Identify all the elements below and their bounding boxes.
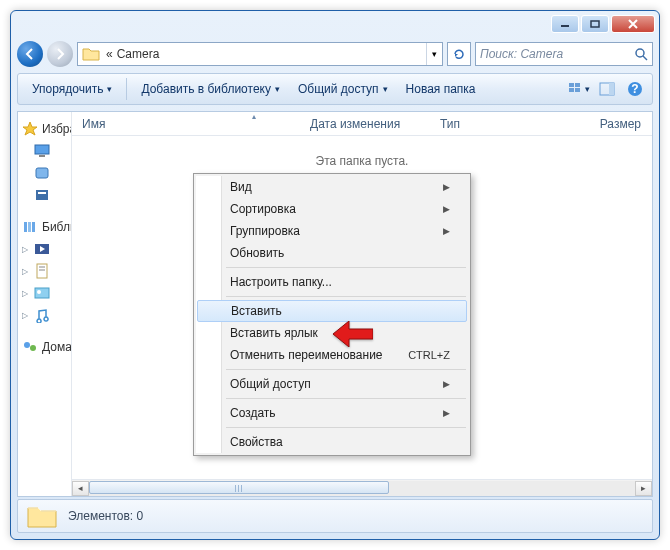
close-button[interactable] — [611, 15, 655, 33]
add-to-library-button[interactable]: Добавить в библиотеку▾ — [133, 79, 288, 99]
column-date[interactable]: Дата изменения — [300, 112, 430, 135]
scroll-thumb[interactable] — [89, 481, 389, 494]
svg-rect-19 — [32, 222, 35, 232]
sort-indicator-icon: ▴ — [252, 112, 256, 121]
red-arrow-icon — [333, 321, 373, 347]
ctx-customize-folder[interactable]: Настроить папку... — [196, 271, 468, 293]
svg-rect-18 — [28, 222, 31, 232]
svg-point-27 — [30, 345, 36, 351]
folder-icon — [82, 45, 100, 63]
favorites-icon — [22, 121, 38, 137]
breadcrumb-sep: « — [104, 47, 115, 61]
svg-rect-6 — [569, 88, 574, 92]
sidebar-item-music[interactable]: ▷ — [20, 304, 69, 326]
sidebar-item-desktop[interactable] — [20, 140, 69, 162]
views-icon — [568, 82, 585, 96]
column-type[interactable]: Тип — [430, 112, 530, 135]
ctx-new[interactable]: Создать▶ — [196, 402, 468, 424]
status-bar: Элементов: 0 — [17, 499, 653, 533]
sidebar-item-documents[interactable]: ▷ — [20, 260, 69, 282]
sidebar-item-recent[interactable] — [20, 184, 69, 206]
desktop-icon — [34, 143, 50, 159]
address-dropdown[interactable]: ▾ — [426, 43, 442, 65]
ctx-paste-shortcut[interactable]: Вставить ярлык — [196, 322, 468, 344]
refresh-button[interactable] — [447, 42, 471, 66]
svg-rect-4 — [569, 83, 574, 87]
svg-rect-15 — [36, 190, 48, 200]
libraries-icon — [22, 219, 38, 235]
column-headers: ▴ Имя Дата изменения Тип Размер — [72, 112, 652, 136]
ctx-refresh[interactable]: Обновить — [196, 242, 468, 264]
close-icon — [627, 19, 639, 29]
horizontal-scrollbar[interactable]: ◂ ▸ — [72, 479, 652, 496]
views-button[interactable]: ▾ — [568, 78, 590, 100]
document-icon — [34, 263, 50, 279]
scroll-track[interactable] — [89, 481, 635, 496]
status-text: Элементов: 0 — [68, 509, 143, 523]
music-icon — [34, 307, 50, 323]
context-menu: Вид▶ Сортировка▶ Группировка▶ Обновить Н… — [193, 173, 471, 456]
search-box[interactable]: Поиск: Camera — [475, 42, 653, 66]
ctx-paste[interactable]: Вставить — [197, 300, 467, 322]
maximize-icon — [590, 20, 600, 28]
annotation-arrow — [333, 321, 373, 347]
ctx-properties[interactable]: Свойства — [196, 431, 468, 453]
ctx-view[interactable]: Вид▶ — [196, 176, 468, 198]
toolbar-separator — [126, 78, 127, 100]
column-name[interactable]: Имя — [72, 112, 300, 135]
sidebar-item-favorites[interactable]: Избранное — [20, 118, 69, 140]
column-size[interactable]: Размер — [530, 112, 652, 135]
video-icon — [34, 241, 50, 257]
svg-point-25 — [37, 290, 41, 294]
svg-rect-12 — [35, 145, 49, 154]
ctx-share[interactable]: Общий доступ▶ — [196, 373, 468, 395]
forward-arrow-icon — [53, 47, 67, 61]
sidebar-item-libraries[interactable]: Библиотеки — [20, 216, 69, 238]
sidebar-splitter[interactable] — [67, 112, 71, 496]
sidebar-item-downloads[interactable] — [20, 162, 69, 184]
svg-rect-5 — [575, 83, 580, 87]
address-bar[interactable]: « Camera ▾ — [77, 42, 443, 66]
search-icon — [634, 47, 648, 61]
svg-point-2 — [636, 49, 644, 57]
minimize-button[interactable] — [551, 15, 579, 33]
maximize-button[interactable] — [581, 15, 609, 33]
explorer-window: « Camera ▾ Поиск: Camera Упорядочить▾ До… — [10, 10, 660, 540]
new-folder-button[interactable]: Новая папка — [398, 79, 484, 99]
svg-point-26 — [24, 342, 30, 348]
scroll-left-button[interactable]: ◂ — [72, 481, 89, 496]
sidebar-item-homegroup[interactable]: Домашняя группа — [20, 336, 69, 358]
svg-rect-7 — [575, 88, 580, 92]
svg-rect-13 — [39, 155, 45, 157]
scroll-right-button[interactable]: ▸ — [635, 481, 652, 496]
svg-rect-1 — [591, 21, 599, 27]
ctx-sort[interactable]: Сортировка▶ — [196, 198, 468, 220]
preview-pane-button[interactable] — [596, 78, 618, 100]
ctx-undo-rename[interactable]: Отменить переименованиеCTRL+Z — [196, 344, 468, 366]
breadcrumb-folder[interactable]: Camera — [115, 47, 162, 61]
recent-icon — [34, 187, 50, 203]
svg-rect-21 — [37, 264, 47, 278]
ctx-separator — [226, 369, 466, 370]
navigation-pane[interactable]: Избранное Библиотеки ▷ ▷ ▷ ▷ Домашняя гр… — [18, 112, 72, 496]
preview-pane-icon — [599, 82, 615, 96]
sidebar-item-videos[interactable]: ▷ — [20, 238, 69, 260]
homegroup-icon — [22, 339, 38, 355]
share-button[interactable]: Общий доступ▾ — [290, 79, 396, 99]
toolbar: Упорядочить▾ Добавить в библиотеку▾ Общи… — [17, 73, 653, 105]
back-button[interactable] — [17, 41, 43, 67]
organize-button[interactable]: Упорядочить▾ — [24, 79, 120, 99]
svg-rect-0 — [561, 25, 569, 27]
help-button[interactable]: ? — [624, 78, 646, 100]
ctx-separator — [226, 427, 466, 428]
svg-rect-16 — [38, 192, 46, 194]
folder-large-icon — [26, 502, 58, 530]
refresh-icon — [452, 47, 466, 61]
forward-button[interactable] — [47, 41, 73, 67]
titlebar — [11, 11, 659, 39]
svg-line-3 — [643, 56, 647, 60]
sidebar-item-pictures[interactable]: ▷ — [20, 282, 69, 304]
minimize-icon — [560, 20, 570, 28]
svg-text:?: ? — [631, 82, 638, 96]
ctx-group[interactable]: Группировка▶ — [196, 220, 468, 242]
